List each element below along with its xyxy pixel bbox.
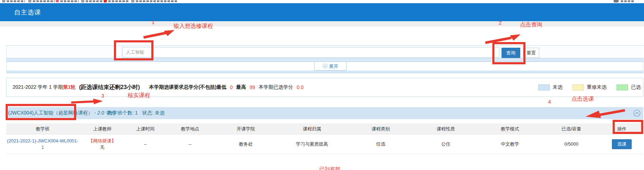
- legend-label-selected: 已选: [631, 84, 641, 90]
- legend-swatch-unselected: [538, 84, 550, 90]
- teacher-name: 无: [100, 144, 105, 151]
- browser-bookmarks-bar[interactable]: [0, 0, 644, 3]
- teaching-mode-tag: 【网络授课】: [89, 138, 116, 144]
- favicon-icon: [81, 0, 84, 2]
- query-button[interactable]: 查询: [502, 48, 520, 58]
- col-header: 操作: [600, 124, 643, 134]
- selected-credit-label: 本学期已选学分: [259, 84, 293, 90]
- annotation-arrow-3: [71, 99, 104, 105]
- course-selection-page: 自主选课 查询 重置 展开 2021-2022 学年 1 学期 第1轮 (距选课…: [0, 0, 644, 170]
- col-header: 教学班: [6, 124, 79, 134]
- course-belong-cell: 学习与素质提高: [277, 135, 347, 153]
- folder-icon: [614, 0, 619, 2]
- bookmark-label-clipped: [60, 0, 79, 2]
- legend-label-unselected: 未选: [553, 84, 563, 90]
- search-section: 查询 重置 展开: [6, 45, 643, 73]
- annotation-step4-number: 4: [548, 99, 551, 105]
- deadline-countdown: (距选课结束还剩23小时): [79, 84, 140, 91]
- course-title: (JWCX004)人工智能（超星网络课程） - 2.0 学分: [8, 110, 115, 116]
- capacity-cell: 0/5000: [542, 135, 600, 153]
- bookmark-label-clipped: [7, 0, 25, 2]
- annotation-arrow-2: [485, 33, 521, 44]
- semester-info-line: 2021-2022 学年 1 学期 第1轮 (距选课结束还剩23小时) 本学期选…: [13, 78, 304, 96]
- end-of-list-label: 已到底部: [319, 166, 340, 170]
- bookmark-label-clipped: [86, 0, 103, 2]
- search-panel: 查询 重置: [7, 45, 644, 58]
- col-header: 教学地点: [165, 124, 215, 134]
- col-header: 教学模式: [478, 124, 542, 134]
- bookmark-label-clipped: [621, 0, 635, 2]
- min-credit-value: 0: [230, 84, 233, 90]
- status-legend: 未选 重修未选 已选: [538, 78, 641, 96]
- favicon-icon: [131, 0, 134, 2]
- semester-term: 2021-2022 学年 1 学期: [13, 84, 63, 90]
- select-course-button[interactable]: 选课: [612, 139, 632, 149]
- favicon-red-icon: [104, 0, 107, 2]
- page-title: 自主选课: [14, 8, 41, 17]
- favicon-dot-icon: [56, 0, 59, 2]
- course-class-count: 教学班个数: 1: [108, 110, 138, 116]
- legend-swatch-selected: [616, 84, 628, 90]
- col-header: 上课时间: [126, 124, 165, 134]
- legend-swatch-retake: [572, 84, 584, 90]
- page-header: 自主选课: [0, 3, 644, 21]
- col-header: 上课教师: [79, 124, 126, 134]
- col-header: 已选/容量: [542, 124, 600, 134]
- credit-requirement-label: 本学期选课要求总学分(不包括)最低: [149, 84, 226, 90]
- chevron-down-circle-icon: [323, 64, 328, 69]
- legend-label-retake: 重修未选: [587, 84, 607, 90]
- semester-round: 第1轮: [63, 84, 75, 90]
- class-table-row: (2021-2022-1)-JWCX004-WL0001-1 【网络授课】 无 …: [6, 135, 643, 154]
- col-header: 课程归属: [277, 124, 347, 134]
- expand-toggle-tab[interactable]: 展开: [314, 62, 347, 71]
- teaching-language-cell: 中文教学: [478, 135, 542, 153]
- favicon-icon: [28, 0, 31, 2]
- header-divider-strip: [0, 21, 644, 27]
- semester-info-panel: 2021-2022 学年 1 学期 第1轮 (距选课结束还剩23小时) 本学期选…: [6, 78, 643, 97]
- reset-button[interactable]: 重置: [523, 48, 539, 58]
- teacher-cell: 【网络授课】 无: [79, 135, 126, 153]
- class-time-cell: --: [126, 135, 165, 153]
- course-header-bar[interactable]: (JWCX004)人工智能（超星网络课程） - 2.0 学分 教学班个数: 1 …: [6, 107, 643, 119]
- course-status: 状态: 未选: [142, 110, 165, 116]
- panel-bottom-strip: [7, 71, 644, 73]
- course-search-input[interactable]: [122, 47, 499, 58]
- bookmark-label-clipped: [108, 0, 129, 2]
- panel-footer-strip: [7, 58, 644, 62]
- college-cell: 教务处: [215, 135, 277, 153]
- selected-credit-value: 0.0: [297, 84, 303, 90]
- course-nature-cell: 公任: [414, 135, 478, 153]
- class-detail-link[interactable]: (2021-2022-1)-JWCX004-WL0001-1: [6, 138, 79, 151]
- expand-label: 展开: [329, 64, 338, 69]
- course-category-cell: 任选: [347, 135, 414, 153]
- col-header: 课程类别: [347, 124, 414, 134]
- annotation-arrow-1: [143, 29, 175, 39]
- collapse-chevron-up-icon[interactable]: [633, 110, 640, 117]
- col-header: 课程性质: [414, 124, 478, 134]
- bookmark-label-clipped: [33, 0, 55, 2]
- max-credit-label: 最高: [236, 84, 246, 90]
- favicon-icon: [2, 0, 5, 2]
- bookmark-label-clipped: [136, 0, 177, 2]
- class-place-cell: --: [165, 135, 215, 153]
- class-table-header: 教学班 上课教师 上课时间 教学地点 开课学院 课程归属 课程类别 课程性质 教…: [6, 124, 643, 134]
- max-credit-value: 99: [250, 84, 255, 90]
- col-header: 开课学院: [215, 124, 277, 134]
